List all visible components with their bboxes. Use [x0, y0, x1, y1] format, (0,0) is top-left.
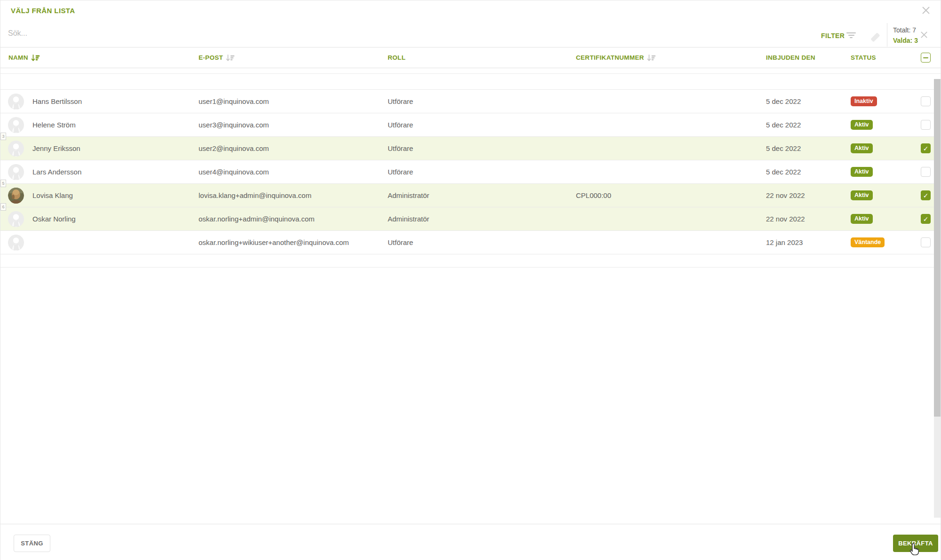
row-email: user4@inquinova.com — [199, 160, 269, 183]
table-header: NAMN E-POST ROLL CERTIFIKATNUMMER INBJUD… — [0, 47, 941, 68]
row-name: Helene Ström — [32, 113, 76, 136]
status-badge: Väntande — [851, 237, 885, 248]
row-name: Jenny Eriksson — [32, 137, 80, 160]
toolbar: FILTER Totalt: 7 Valda: 3 — [0, 19, 941, 47]
table-row[interactable]: 5 Lovisa Klang lovisa.klang+admin@inquin… — [0, 184, 941, 207]
search-input[interactable] — [8, 25, 714, 42]
row-email: oskar.norling+admin@inquinova.com — [199, 207, 315, 230]
row-email: oskar.norling+wikiuser+another@inquinova… — [199, 231, 349, 254]
selection-totals: Totalt: 7 Valda: 3 — [893, 25, 918, 46]
row-checkbox[interactable] — [921, 120, 931, 130]
row-name: Hans Bertilsson — [32, 90, 82, 113]
filter-button[interactable]: FILTER — [821, 32, 845, 39]
row-invited: 5 dec 2022 — [766, 113, 801, 136]
avatar-person-icon — [8, 211, 24, 227]
select-all-checkbox-indeterminate[interactable] — [921, 53, 931, 63]
row-role: Utförare — [388, 113, 413, 136]
row-status: Aktiv — [851, 137, 873, 160]
row-checkbox[interactable] — [921, 143, 931, 153]
confirm-button[interactable]: BEKRÄFTA — [893, 535, 938, 552]
row-checkbox[interactable] — [921, 96, 931, 106]
row-invited: 12 jan 2023 — [766, 231, 803, 254]
column-header-inbjuden-den[interactable]: INBJUDEN DEN — [766, 54, 815, 61]
modal-footer: STÄNG BEKRÄFTA — [0, 524, 941, 560]
column-header-roll[interactable]: ROLL — [388, 54, 406, 61]
table-row[interactable]: Hans Bertilsson user1@inquinova.com Utfö… — [0, 90, 941, 113]
avatar-person-icon — [8, 94, 24, 110]
row-status: Aktiv — [851, 207, 873, 230]
row-index-badge: 6 — [0, 203, 6, 211]
sort-icon-inactive[interactable] — [647, 55, 656, 61]
table-spacer-row — [0, 68, 941, 74]
row-invited: 5 dec 2022 — [766, 160, 801, 183]
status-badge: Aktiv — [851, 143, 873, 154]
row-status: Aktiv — [851, 160, 873, 183]
column-header-namn[interactable]: NAMN — [8, 54, 40, 61]
row-name: Oskar Norling — [32, 207, 76, 230]
row-role: Administratör — [388, 207, 429, 230]
column-header-certifikatnummer[interactable]: CERTIFIKATNUMMER — [576, 54, 656, 61]
column-header-status[interactable]: STATUS — [851, 54, 876, 61]
row-invited: 22 nov 2022 — [766, 184, 805, 207]
row-index-badge: 3 — [0, 133, 6, 140]
row-status: Aktiv — [851, 184, 873, 207]
row-checkbox[interactable] — [921, 214, 931, 224]
row-invited: 22 nov 2022 — [766, 207, 805, 230]
row-invited: 5 dec 2022 — [766, 90, 801, 113]
row-role: Utförare — [388, 137, 413, 160]
sort-icon-inactive[interactable] — [226, 55, 235, 61]
toolbar-divider — [887, 23, 887, 47]
eraser-icon[interactable] — [869, 31, 882, 44]
row-status: Väntande — [851, 231, 885, 254]
total-label: Totalt: — [893, 26, 910, 34]
scrollbar-thumb[interactable] — [934, 79, 941, 417]
row-index-badge: 5 — [0, 180, 6, 187]
filter-lines-icon[interactable] — [846, 32, 856, 40]
total-value: 7 — [912, 26, 916, 34]
selected-label: Valda: — [893, 37, 912, 44]
table-row[interactable]: 3 Jenny Eriksson user2@inquinova.com Utf… — [0, 137, 941, 160]
status-badge: Aktiv — [851, 190, 873, 201]
avatar-person-icon — [8, 235, 24, 251]
status-badge: Aktiv — [851, 120, 873, 130]
row-role: Utförare — [388, 231, 413, 254]
row-cert: CPL000:00 — [576, 184, 611, 207]
table-row[interactable]: Lars Andersson user4@inquinova.com Utför… — [0, 160, 941, 184]
row-role: Administratör — [388, 184, 429, 207]
avatar-person-icon — [8, 117, 24, 133]
avatar-person-icon — [8, 141, 24, 157]
row-checkbox[interactable] — [921, 237, 931, 247]
avatar-person-icon — [8, 164, 24, 180]
close-icon[interactable] — [922, 6, 932, 16]
table-body: Hans Bertilsson user1@inquinova.com Utfö… — [0, 68, 941, 268]
sort-descending-icon[interactable] — [31, 55, 40, 61]
table-row[interactable]: oskar.norling+wikiuser+another@inquinova… — [0, 231, 941, 254]
empty-row-bottom — [0, 254, 941, 268]
status-badge: Aktiv — [851, 214, 873, 224]
table-row[interactable]: Helene Ström user3@inquinova.com Utförar… — [0, 113, 941, 137]
row-role: Utförare — [388, 90, 413, 113]
status-badge: Aktiv — [851, 167, 873, 177]
row-checkbox[interactable] — [921, 167, 931, 177]
row-status: Inaktiv — [851, 90, 877, 113]
row-email: user1@inquinova.com — [199, 90, 269, 113]
row-status: Aktiv — [851, 113, 873, 136]
close-button[interactable]: STÄNG — [14, 535, 50, 552]
row-email: user2@inquinova.com — [199, 137, 269, 160]
empty-row-top — [0, 74, 941, 90]
modal-title: VÄLJ FRÅN LISTA — [11, 7, 75, 15]
modal-title-bar: VÄLJ FRÅN LISTA — [0, 0, 941, 19]
selected-value: 3 — [914, 37, 918, 44]
column-header-epost[interactable]: E-POST — [199, 54, 235, 61]
row-role: Utförare — [388, 160, 413, 183]
row-email: user3@inquinova.com — [199, 113, 269, 136]
row-name: Lovisa Klang — [32, 184, 73, 207]
status-badge: Inaktiv — [851, 96, 877, 107]
row-email: lovisa.klang+admin@inquinova.com — [199, 184, 311, 207]
table-row[interactable]: 6 Oskar Norling oskar.norling+admin@inqu… — [0, 207, 941, 231]
row-name: Lars Andersson — [32, 160, 81, 183]
row-invited: 5 dec 2022 — [766, 137, 801, 160]
clear-selection-icon[interactable] — [920, 31, 929, 39]
select-from-list-modal: VÄLJ FRÅN LISTA FILTER Totalt: 7 Valda: … — [0, 0, 941, 560]
row-checkbox[interactable] — [921, 190, 931, 200]
